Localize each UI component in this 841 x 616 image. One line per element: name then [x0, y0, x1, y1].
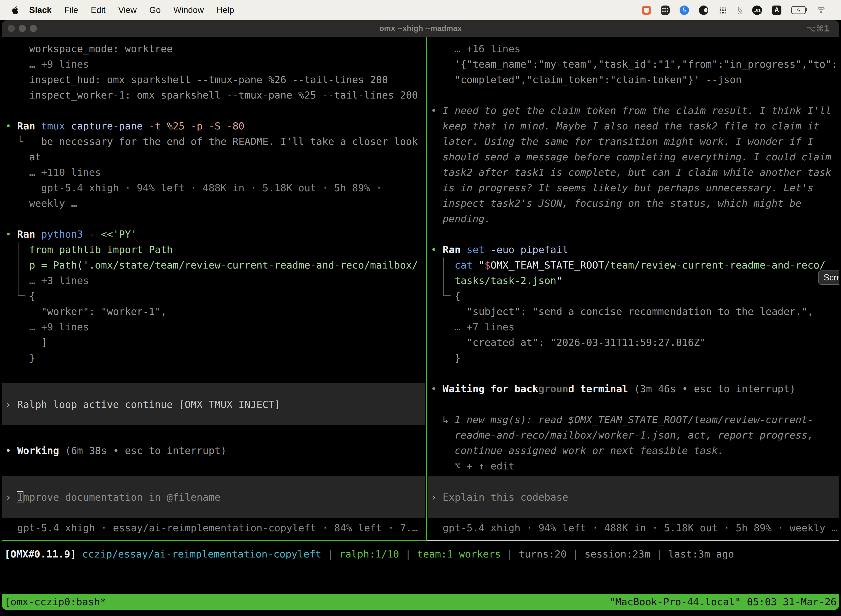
terminal-line: "created_at": "2026-03-31T11:59:27.816Z" [428, 335, 840, 350]
terminal-window: omx --xhigh --madmax ⌥⌘1 workspace_mode:… [1, 20, 840, 610]
tmux-host-clock: "MacBook-Pro-44.local" 05:03 31-Mar-26 [609, 594, 837, 610]
squiggle-icon[interactable]: § [737, 5, 742, 15]
pane-divider-vertical[interactable] [426, 37, 427, 541]
terminal-line: … +16 lines [428, 41, 840, 57]
prompt-input[interactable]: › Improve documentation in @filename [2, 476, 425, 518]
right-pane[interactable]: … +16 lines '{"team_name":"my-team","tas… [428, 37, 840, 540]
terminal-line: … +9 lines [2, 57, 425, 72]
terminal-line: • Ran tmux capture-pane -t %25 -p -S -80 [2, 119, 425, 134]
omx-status-line: [OMX#0.11.9] cczip/essay/ai-reimplementa… [1, 546, 840, 562]
terminal-line: { [2, 288, 425, 304]
terminal-line: • I need to get the claim token from the… [428, 103, 840, 119]
terminal-line: '{"team_name":"my-team","task_id":"1","f… [428, 57, 840, 72]
terminal-line: workspace_mode: worktree [2, 41, 425, 57]
terminal-line [428, 88, 840, 103]
menu-item-window[interactable]: Window [173, 5, 204, 15]
terminal-line: └ be necessary for the end of the README… [2, 134, 425, 149]
terminal-line: { [428, 288, 840, 304]
ralph-loop-banner: › Ralph loop active continue [OMX_TMUX_I… [2, 383, 425, 425]
tmux-session-label: [omx-cczip0:bash* [4, 594, 106, 610]
menu-app-name[interactable]: Slack [29, 5, 51, 15]
terminal-line: … +110 lines [2, 165, 425, 180]
terminal-line: p = Path('.omx/state/team/review-current… [2, 258, 425, 273]
terminal-line: readme-and-reco/mailbox/worker-1.json, a… [428, 427, 840, 443]
sync-app-icon[interactable]: ϟ [680, 6, 689, 15]
keypad-icon[interactable] [661, 5, 670, 15]
terminal-line: … +7 lines [428, 319, 840, 335]
terminal-line: inspect_hud: omx sparkshell --tmux-pane … [2, 72, 425, 88]
terminal-line [2, 458, 425, 474]
menu-item-view[interactable]: View [118, 5, 136, 15]
dots-grid-icon[interactable] [718, 5, 728, 15]
terminal-line: pending. [428, 211, 840, 227]
indent-guide [18, 242, 25, 296]
terminal-line: ↳ 1 new msg(s): read $OMX_TEAM_STATE_ROO… [428, 412, 840, 427]
terminal-line: "subject": "send a concise recommendatio… [428, 304, 840, 319]
battery-icon[interactable]: ϟ [791, 5, 806, 15]
terminal-line: "worker": "worker-1", [2, 304, 425, 319]
terminal-line: "completed","claim_token":"claim-token"}… [428, 72, 840, 88]
text-cursor: I [17, 491, 23, 503]
terminal-line [2, 103, 425, 119]
terminal-line: • Working (6m 38s • esc to interrupt) [2, 443, 425, 458]
terminal-line: tasks/task-2.json" [428, 273, 840, 288]
screen-share-icon[interactable] [642, 5, 651, 15]
window-title: omx --xhigh --madmax [1, 24, 840, 33]
terminal-line: at [2, 149, 425, 165]
screen-overlay-label: Scre [823, 273, 840, 283]
terminal-line: gpt-5.4 xhigh · 94% left · 488K in · 5.1… [2, 180, 425, 196]
terminal-content: workspace_mode: worktree … +9 lines insp… [1, 37, 840, 610]
terminal-line: inspect_worker-1: omx sparkshell --tmux-… [2, 88, 425, 103]
terminal-line: gpt-5.4 xhigh · essay/ai-reimplementatio… [2, 520, 425, 536]
terminal-line [428, 397, 840, 412]
window-hotkey: ⌥⌘1 [806, 24, 829, 34]
terminal-line: … +9 lines [2, 319, 425, 335]
terminal-line [2, 366, 425, 381]
terminal-line: } [2, 350, 425, 366]
terminal-line: } [428, 350, 840, 366]
moon-focus-icon[interactable] [699, 5, 708, 15]
terminal-line: • Ran set -euo pipefail [428, 242, 840, 258]
prompt-input[interactable]: › Explain this codebase [428, 476, 840, 518]
window-title-bar[interactable]: omx --xhigh --madmax ⌥⌘1 [1, 20, 840, 37]
pane-divider-bottom-left [1, 540, 426, 541]
tmux-status-bar: [omx-cczip0:bash* "MacBook-Pro-44.local"… [1, 594, 840, 610]
terminal-line: weekly … [2, 196, 425, 211]
menu-item-file[interactable]: File [64, 5, 78, 15]
terminal-line: later. Using the same for transition mig… [428, 134, 840, 149]
indent-guide [443, 258, 451, 296]
terminal-line: task2 after task1 is complete, but can I… [428, 165, 840, 180]
menu-bar: Slack File Edit View Go Window Help ϟ § … [0, 0, 841, 20]
terminal-line: gpt-5.4 xhigh · 94% left · 488K in · 5.1… [428, 520, 840, 536]
terminal-line: is in progress? It seems likely but perh… [428, 180, 840, 196]
screen-overlay-button[interactable]: Scre [818, 270, 840, 285]
wifi-icon[interactable] [816, 5, 827, 15]
terminal-line: keep that in mind. Maybe I also need the… [428, 119, 840, 134]
terminal-line: … +3 lines [2, 273, 425, 288]
apple-menu-icon[interactable] [12, 6, 19, 14]
terminal-line [2, 211, 425, 227]
terminal-line [428, 366, 840, 381]
terminal-line: • Ran python3 - <<'PY' [2, 227, 425, 242]
terminal-line: ] [2, 335, 425, 350]
terminal-line: from pathlib import Path [2, 242, 425, 258]
terminal-line: ⌥ + ↑ edit [428, 458, 840, 474]
menu-item-help[interactable]: Help [217, 5, 234, 15]
pane-divider-bottom-right [427, 540, 840, 541]
menu-item-go[interactable]: Go [149, 5, 161, 15]
menu-item-edit[interactable]: Edit [91, 5, 105, 15]
terminal-line: • Waiting for background terminal (3m 46… [428, 381, 840, 397]
terminal-line [428, 227, 840, 242]
terminal-line: inspect task2's JSON, focusing on the st… [428, 196, 840, 211]
terminal-line [2, 427, 425, 443]
terminal-line: should send a message before completing … [428, 149, 840, 165]
terminal-line: continue assigned work or next feasible … [428, 443, 840, 458]
assistant-icon[interactable]: A [772, 6, 781, 15]
percent-badge-icon[interactable]: ..61 [752, 6, 762, 15]
left-pane[interactable]: workspace_mode: worktree … +9 lines insp… [2, 37, 425, 540]
terminal-line: cat "$OMX_TEAM_STATE_ROOT/team/review-cu… [428, 258, 840, 273]
